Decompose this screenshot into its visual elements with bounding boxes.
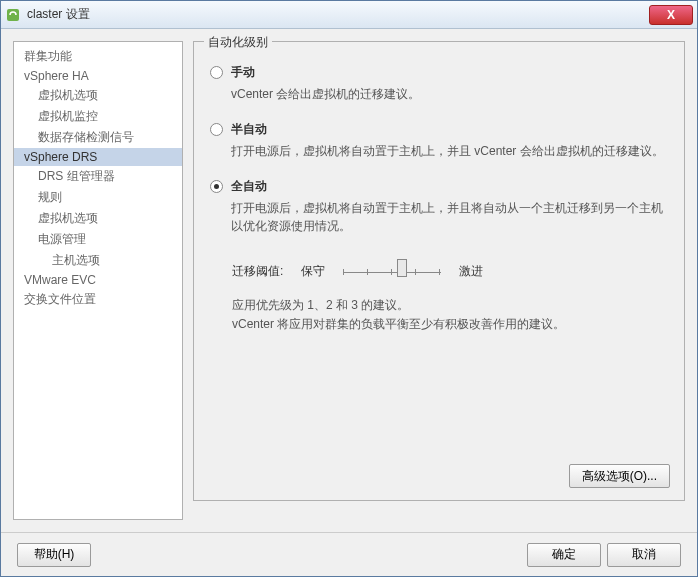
- migration-threshold-row: 迁移阈值: 保守 激进: [210, 263, 668, 280]
- sidebar: 群集功能vSphere HA虚拟机选项虚拟机监控数据存储检测信号vSphere …: [13, 41, 183, 520]
- sidebar-item[interactable]: 数据存储检测信号: [14, 127, 182, 148]
- help-button[interactable]: 帮助(H): [17, 543, 91, 567]
- app-icon: [5, 7, 21, 23]
- radio-label: 全自动: [231, 178, 668, 195]
- automation-option-manual: 手动vCenter 会给出虚拟机的迁移建议。: [210, 64, 668, 103]
- cancel-button[interactable]: 取消: [607, 543, 681, 567]
- content-area: 群集功能vSphere HA虚拟机选项虚拟机监控数据存储检测信号vSphere …: [1, 29, 697, 532]
- automation-option-partial: 半自动打开电源后，虚拟机将自动置于主机上，并且 vCenter 会给出虚拟机的迁…: [210, 121, 668, 160]
- slider-thumb[interactable]: [397, 259, 407, 277]
- fieldset-legend: 自动化级别: [204, 34, 272, 51]
- radio-label: 半自动: [231, 121, 668, 138]
- sidebar-item[interactable]: 虚拟机监控: [14, 106, 182, 127]
- sidebar-item[interactable]: vSphere DRS: [14, 148, 182, 166]
- main-panel: 自动化级别 手动vCenter 会给出虚拟机的迁移建议。半自动打开电源后，虚拟机…: [193, 41, 685, 520]
- radio-description: vCenter 会给出虚拟机的迁移建议。: [231, 85, 668, 103]
- close-button[interactable]: X: [649, 5, 693, 25]
- threshold-info: 应用优先级为 1、2 和 3 的建议。 vCenter 将应用对群集的负载平衡至…: [210, 296, 668, 334]
- radio-partial[interactable]: [210, 123, 223, 136]
- ok-button[interactable]: 确定: [527, 543, 601, 567]
- titlebar: claster 设置 X: [1, 1, 697, 29]
- sidebar-item[interactable]: VMware EVC: [14, 271, 182, 289]
- svg-rect-0: [7, 9, 19, 21]
- footer: 帮助(H) 确定 取消: [1, 532, 697, 576]
- sidebar-item[interactable]: 虚拟机选项: [14, 85, 182, 106]
- radio-manual[interactable]: [210, 66, 223, 79]
- threshold-slider[interactable]: [343, 271, 441, 273]
- sidebar-item[interactable]: DRS 组管理器: [14, 166, 182, 187]
- sidebar-item[interactable]: 电源管理: [14, 229, 182, 250]
- info-line: 应用优先级为 1、2 和 3 的建议。: [232, 296, 668, 315]
- settings-window: claster 设置 X 群集功能vSphere HA虚拟机选项虚拟机监控数据存…: [0, 0, 698, 577]
- advanced-options-button[interactable]: 高级选项(O)...: [569, 464, 670, 488]
- sidebar-item[interactable]: 虚拟机选项: [14, 208, 182, 229]
- radio-description: 打开电源后，虚拟机将自动置于主机上，并且将自动从一个主机迁移到另一个主机以优化资…: [231, 199, 668, 235]
- automation-level-fieldset: 自动化级别 手动vCenter 会给出虚拟机的迁移建议。半自动打开电源后，虚拟机…: [193, 41, 685, 501]
- info-line: vCenter 将应用对群集的负载平衡至少有积极改善作用的建议。: [232, 315, 668, 334]
- slider-left-label: 保守: [301, 263, 325, 280]
- sidebar-item[interactable]: 交换文件位置: [14, 289, 182, 310]
- sidebar-item[interactable]: vSphere HA: [14, 67, 182, 85]
- radio-full[interactable]: [210, 180, 223, 193]
- sidebar-item[interactable]: 规则: [14, 187, 182, 208]
- automation-option-full: 全自动打开电源后，虚拟机将自动置于主机上，并且将自动从一个主机迁移到另一个主机以…: [210, 178, 668, 235]
- sidebar-item[interactable]: 群集功能: [14, 46, 182, 67]
- window-title: claster 设置: [27, 6, 649, 23]
- radio-description: 打开电源后，虚拟机将自动置于主机上，并且 vCenter 会给出虚拟机的迁移建议…: [231, 142, 668, 160]
- slider-right-label: 激进: [459, 263, 483, 280]
- slider-label: 迁移阈值:: [232, 263, 283, 280]
- radio-label: 手动: [231, 64, 668, 81]
- sidebar-item[interactable]: 主机选项: [14, 250, 182, 271]
